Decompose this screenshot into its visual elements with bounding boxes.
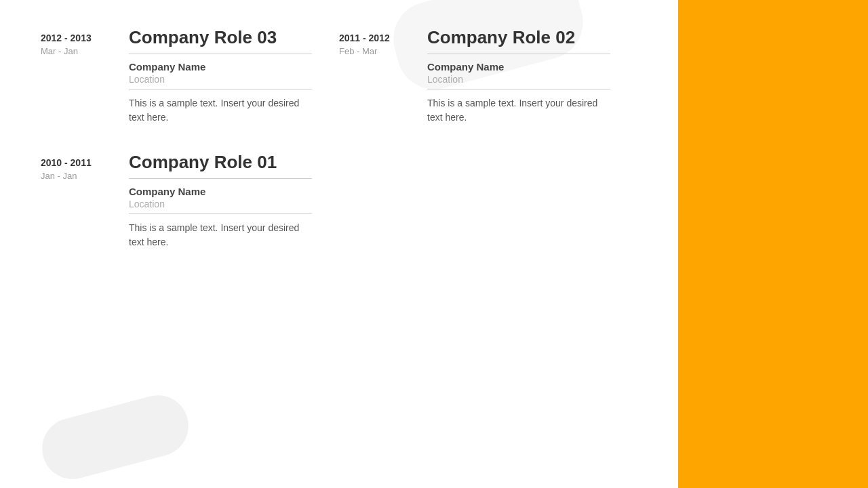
page-container: 2012 - 2013 Mar - Jan Company Role 03 Co… <box>0 0 868 488</box>
empty-col-row2 <box>339 152 610 249</box>
divider-role01-1 <box>129 178 312 179</box>
company-name-role03: Company Name <box>129 61 312 73</box>
year-range-role02: 2011 - 2012 <box>339 33 414 43</box>
divider-role01-2 <box>129 214 312 214</box>
experience-row-2: 2010 - 2011 Jan - Jan Company Role 01 Co… <box>41 152 610 249</box>
entry-title-role01: Company Role 01 <box>129 152 312 173</box>
company-location-role02: Location <box>427 74 610 85</box>
experience-entry-role01: 2010 - 2011 Jan - Jan Company Role 01 Co… <box>41 152 312 249</box>
divider-role03-1 <box>129 54 312 54</box>
entry-col-role03: Company Role 03 Company Name Location Th… <box>129 27 312 125</box>
month-range-role01: Jan - Jan <box>41 171 115 181</box>
description-role03: This is a sample text. Insert your desir… <box>129 96 312 125</box>
date-col-role03: 2012 - 2013 Mar - Jan <box>41 27 115 125</box>
description-role02: This is a sample text. Insert your desir… <box>427 96 610 125</box>
experience-row-1: 2012 - 2013 Mar - Jan Company Role 03 Co… <box>41 27 610 125</box>
month-range-role03: Mar - Jan <box>41 46 115 56</box>
entry-col-role01: Company Role 01 Company Name Location Th… <box>129 152 312 249</box>
experience-entry-role02: 2011 - 2012 Feb - Mar Company Role 02 Co… <box>339 27 610 125</box>
divider-role02-1 <box>427 54 610 54</box>
divider-role02-2 <box>427 89 610 89</box>
date-col-role02: 2011 - 2012 Feb - Mar <box>339 27 414 125</box>
orange-sidebar <box>678 0 868 488</box>
year-range-role03: 2012 - 2013 <box>41 33 115 43</box>
entry-col-role02: Company Role 02 Company Name Location Th… <box>427 27 610 125</box>
date-col-role01: 2010 - 2011 Jan - Jan <box>41 152 115 249</box>
month-range-role02: Feb - Mar <box>339 46 414 56</box>
divider-role03-2 <box>129 89 312 89</box>
year-range-role01: 2010 - 2011 <box>41 157 115 168</box>
entry-title-role02: Company Role 02 <box>427 27 610 48</box>
company-location-role01: Location <box>129 199 312 209</box>
description-role01: This is a sample text. Insert your desir… <box>129 221 312 249</box>
experience-entry-role03: 2012 - 2013 Mar - Jan Company Role 03 Co… <box>41 27 312 125</box>
company-name-role01: Company Name <box>129 186 312 197</box>
company-location-role03: Location <box>129 74 312 85</box>
entry-title-role03: Company Role 03 <box>129 27 312 48</box>
content-area: 2012 - 2013 Mar - Jan Company Role 03 Co… <box>0 0 631 488</box>
company-name-role02: Company Name <box>427 61 610 73</box>
